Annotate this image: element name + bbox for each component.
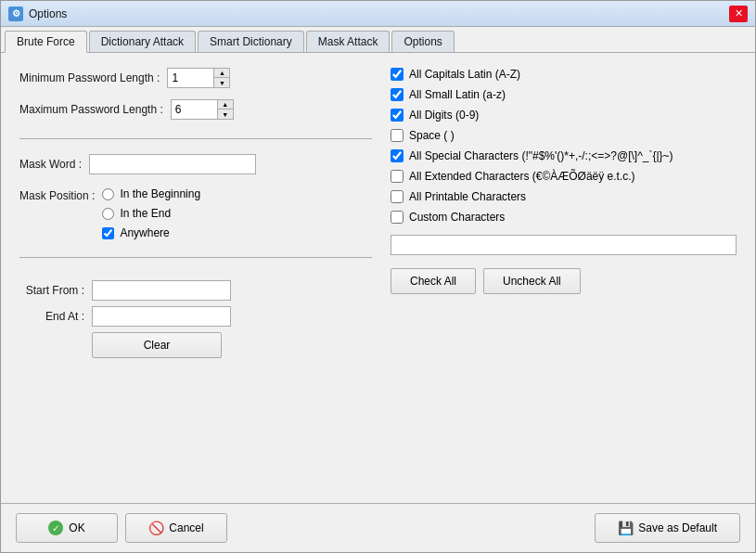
save-default-label: Save as Default [638, 521, 717, 534]
mask-word-input[interactable] [89, 154, 256, 174]
start-from-row: Start From : [19, 280, 372, 301]
ok-label: OK [69, 521, 84, 534]
min-length-input[interactable]: 1 [167, 68, 213, 88]
check-buttons-group: Check All Uncheck All [391, 268, 737, 294]
check-all-button[interactable]: Check All [391, 268, 476, 294]
max-length-down[interactable]: ▼ [218, 109, 233, 119]
max-length-spin-buttons: ▲ ▼ [217, 99, 234, 120]
all-special-checkbox[interactable] [391, 149, 404, 162]
main-area: Minimum Password Length : 1 ▲ ▼ Maximum … [19, 68, 737, 488]
mask-position-group: Mask Position : In the Beginning In the … [19, 187, 372, 242]
tab-options[interactable]: Options [391, 31, 454, 52]
right-panel: All Capitals Latin (A-Z) All Small Latin… [391, 68, 737, 488]
close-button[interactable]: ✕ [729, 6, 748, 22]
cancel-label: Cancel [169, 521, 203, 534]
mask-pos-beginning-row: In the Beginning [102, 187, 200, 200]
mask-pos-end-label[interactable]: In the End [120, 207, 171, 220]
mask-pos-beginning-radio[interactable] [102, 188, 114, 200]
ok-icon: ✓ [48, 521, 63, 535]
options-window: ⚙ Options ✕ Brute Force Dictionary Attac… [0, 0, 756, 553]
mask-position-label: Mask Position : [19, 187, 95, 202]
all-caps-label[interactable]: All Capitals Latin (A-Z) [409, 68, 520, 81]
all-special-label[interactable]: All Special Characters (!"#$%'()*+,-/:;<… [409, 149, 673, 162]
all-extended-label[interactable]: All Extended Characters (€©ÀÆÕØäëÿ e.t.c… [409, 170, 635, 183]
tab-brute-force[interactable]: Brute Force [5, 31, 87, 53]
end-at-row: End At : [19, 306, 372, 327]
all-extended-checkbox[interactable] [391, 170, 404, 183]
save-icon: 💾 [618, 521, 633, 535]
title-bar: ⚙ Options ✕ [1, 1, 755, 27]
mask-pos-end-row: In the End [102, 207, 200, 220]
mask-pos-beginning-label[interactable]: In the Beginning [120, 187, 200, 200]
all-caps-row: All Capitals Latin (A-Z) [391, 68, 737, 81]
max-length-spinner[interactable]: 6 ▲ ▼ [171, 99, 234, 120]
max-length-row: Maximum Password Length : 6 ▲ ▼ [19, 99, 372, 120]
max-length-input[interactable]: 6 [171, 99, 217, 120]
min-length-label: Minimum Password Length : [19, 71, 160, 84]
main-content: Minimum Password Length : 1 ▲ ▼ Maximum … [1, 53, 755, 503]
custom-chars-checkbox[interactable] [391, 211, 404, 224]
app-icon: ⚙ [8, 6, 23, 21]
mask-pos-anywhere-label[interactable]: Anywhere [120, 226, 169, 239]
custom-chars-row: Custom Characters [391, 211, 737, 224]
space-label[interactable]: Space ( ) [409, 129, 455, 142]
clear-button[interactable]: Clear [92, 332, 222, 358]
ok-button[interactable]: ✓ OK [16, 513, 118, 543]
start-from-label: Start From : [19, 284, 84, 297]
all-digits-row: All Digits (0-9) [391, 109, 737, 122]
mask-pos-anywhere-checkbox[interactable] [102, 227, 114, 239]
min-length-down[interactable]: ▼ [214, 78, 229, 87]
min-length-spin-buttons: ▲ ▼ [213, 68, 230, 88]
all-small-row: All Small Latin (a-z) [391, 88, 737, 101]
end-at-label: End At : [19, 310, 84, 323]
tab-bar: Brute Force Dictionary Attack Smart Dict… [1, 27, 755, 53]
all-digits-checkbox[interactable] [391, 109, 404, 122]
custom-chars-input[interactable] [391, 235, 737, 255]
bottom-buttons-wrapper: ✓ OK 🚫 Cancel 💾 Save as Default [16, 513, 740, 543]
save-default-button[interactable]: 💾 Save as Default [595, 513, 740, 543]
min-length-spinner[interactable]: 1 ▲ ▼ [167, 68, 230, 88]
tab-dictionary-attack[interactable]: Dictionary Attack [89, 31, 196, 52]
mask-pos-end-radio[interactable] [102, 208, 114, 220]
custom-chars-label[interactable]: Custom Characters [409, 211, 505, 224]
max-length-up[interactable]: ▲ [218, 100, 233, 109]
all-caps-checkbox[interactable] [391, 68, 404, 81]
mask-pos-anywhere-row: Anywhere [102, 226, 200, 239]
start-end-section: Start From : End At : Clear [19, 280, 372, 358]
min-length-row: Minimum Password Length : 1 ▲ ▼ [19, 68, 372, 88]
space-row: Space ( ) [391, 129, 737, 142]
mask-word-label: Mask Word : [19, 158, 82, 171]
all-small-label[interactable]: All Small Latin (a-z) [409, 88, 506, 101]
all-printable-checkbox[interactable] [391, 190, 404, 203]
uncheck-all-button[interactable]: Uncheck All [483, 268, 581, 294]
cancel-button[interactable]: 🚫 Cancel [125, 513, 227, 543]
divider-2 [19, 257, 372, 258]
tab-smart-dictionary[interactable]: Smart Dictionary [198, 31, 304, 52]
bottom-bar: ✓ OK 🚫 Cancel 💾 Save as Default [1, 503, 755, 552]
end-at-input[interactable] [92, 306, 231, 327]
all-printable-row: All Printable Characters [391, 190, 737, 203]
divider-1 [19, 138, 372, 139]
space-checkbox[interactable] [391, 129, 404, 142]
all-printable-label[interactable]: All Printable Characters [409, 190, 526, 203]
cancel-icon: 🚫 [148, 521, 163, 535]
min-length-up[interactable]: ▲ [214, 69, 229, 78]
tab-mask-attack[interactable]: Mask Attack [306, 31, 391, 52]
mask-word-row: Mask Word : [19, 154, 372, 174]
window-title: Options [29, 7, 729, 20]
left-panel: Minimum Password Length : 1 ▲ ▼ Maximum … [19, 68, 372, 488]
max-length-label: Maximum Password Length : [19, 103, 163, 116]
all-small-checkbox[interactable] [391, 88, 404, 101]
all-digits-label[interactable]: All Digits (0-9) [409, 109, 479, 122]
all-extended-row: All Extended Characters (€©ÀÆÕØäëÿ e.t.c… [391, 170, 737, 183]
start-from-input[interactable] [92, 280, 231, 301]
all-special-row: All Special Characters (!"#$%'()*+,-/:;<… [391, 149, 737, 162]
